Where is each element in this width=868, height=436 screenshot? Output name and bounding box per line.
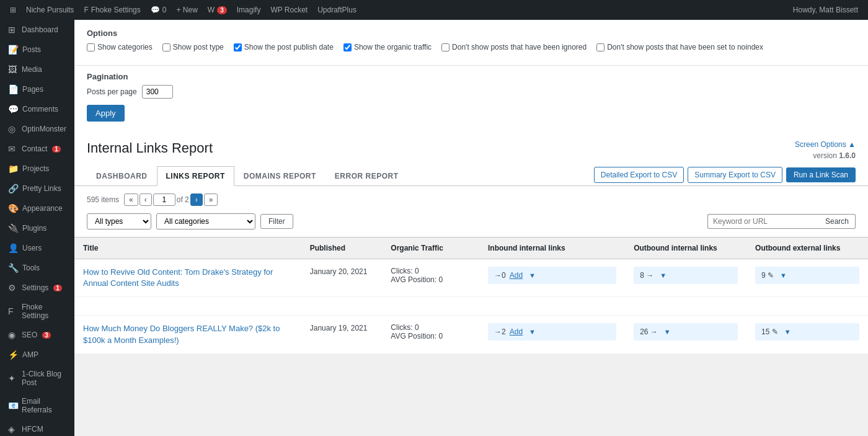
sidebar-item-comments[interactable]: 💬 Comments — [0, 99, 74, 119]
wrap: Options Show categories Show post type S… — [74, 20, 868, 354]
adminbar-imagify[interactable]: Imagify — [232, 0, 266, 20]
sidebar-item-projects[interactable]: 📁 Projects — [0, 159, 74, 179]
page-last-btn[interactable]: » — [204, 194, 218, 206]
page-prev-btn[interactable]: ‹ — [140, 194, 152, 206]
checkbox-no-ignored[interactable] — [441, 43, 450, 51]
outbound-ext-dropdown-1[interactable]: ▼ — [777, 270, 789, 280]
page-first-btn[interactable]: « — [124, 194, 138, 206]
tabs-row: DASHBOARD LINKS REPORT DOMAINS REPORT ER… — [74, 160, 868, 185]
option-show-categories[interactable]: Show categories — [87, 43, 153, 51]
table-row: How Much Money Do Bloggers REALLY Make? … — [74, 316, 868, 354]
options-row: Show categories Show post type Show the … — [87, 43, 856, 51]
adminbar-user[interactable]: Howdy, Matt Bissett — [788, 0, 863, 20]
adminbar-w3[interactable]: W 3 — [203, 0, 232, 20]
adminbar-wp-icon[interactable]: ⊞ — [5, 0, 21, 20]
checkbox-show-categories[interactable] — [87, 43, 95, 51]
sidebar: ⊞ Dashboard 📝 Posts 🖼 Media 📄 Pages 💬 Co… — [0, 20, 74, 436]
filter-btn[interactable]: Filter — [260, 214, 293, 229]
report-title: Internal Links Report — [87, 140, 213, 156]
outbound-int-dropdown-2[interactable]: ▼ — [662, 327, 673, 337]
post-title-link-1[interactable]: How to Revive Old Content: Tom Drake's S… — [83, 267, 273, 288]
cell-title-1: How to Revive Old Content: Tom Drake's S… — [74, 259, 301, 297]
links-table: Title Published Organic Traffic Inbound … — [74, 237, 868, 354]
tab-error-report[interactable]: ERROR REPORT — [326, 166, 408, 186]
page-of-text: of 2 — [177, 195, 189, 204]
checkbox-show-publish-date[interactable] — [234, 43, 242, 51]
sidebar-item-hfcm[interactable]: ◈ HFCM — [0, 419, 74, 436]
sidebar-item-blog-post[interactable]: ✦ 1-Click Blog Post — [0, 365, 74, 392]
projects-icon: 📁 — [8, 164, 19, 174]
sidebar-item-seo[interactable]: ◉ SEO 3 — [0, 325, 74, 345]
nav-tabs: DASHBOARD LINKS REPORT DOMAINS REPORT ER… — [74, 160, 594, 185]
page-current-input[interactable] — [153, 194, 175, 206]
sidebar-item-appearance[interactable]: 🎨 Appearance — [0, 198, 74, 218]
search-box: Search — [707, 214, 856, 229]
search-input[interactable] — [707, 214, 819, 229]
apply-button[interactable]: Apply — [87, 105, 125, 122]
tools-icon: 🔧 — [8, 263, 19, 273]
tab-domains-report[interactable]: DOMAINS REPORT — [234, 166, 326, 186]
posts-per-page-input[interactable] — [142, 85, 173, 99]
outbound-int-dropdown-1[interactable]: ▼ — [657, 270, 669, 280]
cell-organic-2: Clicks: 0 AVG Position: 0 — [382, 316, 479, 354]
inbound-dropdown-2[interactable]: ▼ — [526, 327, 538, 337]
checkbox-no-noindex[interactable] — [596, 43, 604, 51]
search-btn[interactable]: Search — [819, 214, 856, 229]
outbound-ext-dropdown-2[interactable]: ▼ — [782, 327, 794, 337]
appearance-icon: 🎨 — [8, 203, 19, 213]
dashboard-icon: ⊞ — [8, 25, 18, 35]
option-no-noindex[interactable]: Don't show posts that have been set to n… — [596, 43, 763, 51]
btn-run-scan[interactable]: Run a Link Scan — [786, 167, 856, 182]
post-title-link-2[interactable]: How Much Money Do Bloggers REALLY Make? … — [83, 324, 280, 344]
sidebar-item-media[interactable]: 🖼 Media — [0, 60, 74, 79]
adminbar-site-name[interactable]: Niche Pursuits — [21, 0, 79, 20]
pagination-nav: « ‹ of 2 › » — [124, 194, 218, 206]
page-next-btn[interactable]: › — [190, 194, 203, 206]
option-show-publish-date[interactable]: Show the post publish date — [234, 43, 334, 51]
checkbox-show-post-type[interactable] — [162, 43, 170, 51]
adminbar-new[interactable]: + New — [171, 0, 202, 20]
sidebar-menu: ⊞ Dashboard 📝 Posts 🖼 Media 📄 Pages 💬 Co… — [0, 20, 74, 436]
add-inbound-link-2[interactable]: Add — [510, 327, 523, 336]
sidebar-item-email-referrals[interactable]: 📧 Email Referrals — [0, 392, 74, 419]
option-show-organic[interactable]: Show the organic traffic — [343, 43, 432, 51]
sidebar-item-contact[interactable]: ✉ Contact 1 — [0, 139, 74, 159]
sidebar-item-fhoke-settings[interactable]: F Fhoke Settings — [0, 298, 74, 325]
tab-dashboard[interactable]: DASHBOARD — [87, 166, 157, 186]
sidebar-item-amp[interactable]: ⚡ AMP — [0, 345, 74, 365]
sidebar-item-tools[interactable]: 🔧 Tools — [0, 258, 74, 278]
sidebar-item-pages[interactable]: 📄 Pages — [0, 79, 74, 99]
sidebar-item-settings[interactable]: ⚙ Settings 1 — [0, 278, 74, 298]
btn-summary-export[interactable]: Summary Export to CSV — [688, 167, 782, 183]
adminbar-wprocket[interactable]: WP Rocket — [265, 0, 312, 20]
option-no-ignored[interactable]: Don't show posts that have been ignored — [441, 43, 587, 51]
filter-categories-select[interactable]: All categories — [156, 213, 255, 229]
sidebar-item-pretty-links[interactable]: 🔗 Pretty Links — [0, 179, 74, 198]
pagination-row: Posts per page — [87, 85, 856, 99]
adminbar-fhoke[interactable]: F Fhoke Settings — [79, 0, 145, 20]
col-header-organic: Organic Traffic — [382, 238, 479, 259]
adminbar-updraft[interactable]: UpdraftPlus — [312, 0, 361, 20]
screen-options-btn[interactable]: Screen Options ▲ — [795, 140, 856, 149]
seo-icon: ◉ — [8, 330, 18, 340]
option-show-post-type[interactable]: Show post type — [162, 43, 224, 51]
checkbox-show-organic[interactable] — [343, 43, 352, 51]
posts-per-page-label: Posts per page — [87, 87, 137, 96]
sidebar-item-plugins[interactable]: 🔌 Plugins — [0, 218, 74, 238]
btn-detailed-export[interactable]: Detailed Export to CSV — [594, 167, 684, 183]
outbound-ext-cell-2: 15 ✎ ▼ — [755, 323, 859, 340]
inbound-dropdown-1[interactable]: ▼ — [526, 270, 538, 280]
plugins-icon: 🔌 — [8, 223, 19, 233]
sidebar-item-posts[interactable]: 📝 Posts — [0, 40, 74, 60]
tab-links-report[interactable]: LINKS REPORT — [157, 166, 234, 186]
adminbar-comments[interactable]: 💬 0 — [146, 0, 172, 20]
sidebar-item-optinmonster[interactable]: ◎ OptinMonster — [0, 119, 74, 139]
inbound-cell-2: →2 Add ▼ — [488, 323, 616, 340]
sidebar-item-dashboard[interactable]: ⊞ Dashboard — [0, 20, 74, 40]
sidebar-item-users[interactable]: 👤 Users — [0, 238, 74, 258]
pages-icon: 📄 — [8, 84, 19, 94]
add-inbound-link-1[interactable]: Add — [510, 271, 523, 280]
filter-types-select[interactable]: All types Posts Pages — [87, 213, 151, 229]
col-header-published: Published — [301, 238, 383, 259]
contact-icon: ✉ — [8, 144, 18, 154]
